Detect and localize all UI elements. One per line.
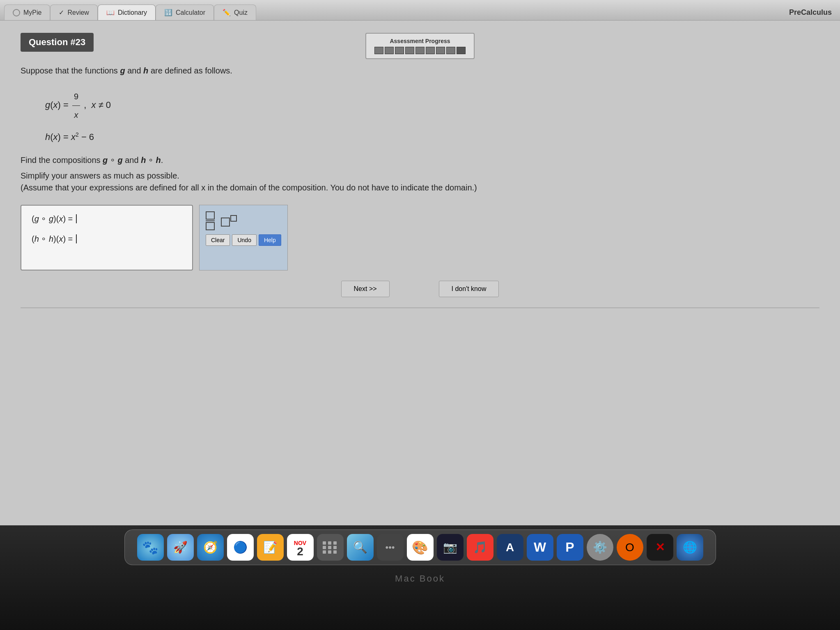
mypie-icon [13, 9, 20, 16]
calculator-icon: 🔢 [164, 9, 172, 16]
dock-icon-launchpad[interactable]: 🚀 [167, 534, 194, 561]
assessment-progress-box: Assessment Progress [365, 33, 475, 59]
tab-bar: MyPie ✓ Review 📖 Dictionary 🔢 Calculator… [0, 0, 840, 21]
answer2-label: (h ∘ h)(x) = [32, 234, 73, 244]
tab-mypie[interactable]: MyPie [4, 5, 50, 20]
separator-line [21, 307, 819, 308]
exponent-tool[interactable] [221, 215, 237, 227]
progress-seg-1 [374, 47, 383, 54]
dock-icon-more[interactable]: ••• [377, 534, 404, 561]
composition-instruction: Find the compositions g ∘ g and h ∘ h. [21, 155, 819, 165]
mac-label: Mac Book [395, 573, 445, 584]
answer1-input[interactable] [76, 214, 83, 223]
dark-icon: 📷 [443, 541, 457, 554]
review-icon: ✓ [59, 9, 64, 16]
dont-know-button[interactable]: I don't know [439, 281, 499, 297]
dock-icon-music[interactable]: 🎵 [467, 534, 493, 561]
tab-review[interactable]: ✓ Review [50, 5, 97, 20]
next-button[interactable]: Next >> [341, 281, 390, 297]
h-function: h(x) = x2 − 6 [45, 127, 819, 147]
orange-icon: O [625, 541, 634, 554]
progress-seg-4 [405, 47, 414, 54]
tab-mypie-label: MyPie [23, 9, 41, 16]
dock-bar: 🐾 🚀 🧭 🔵 📝 NOV 2 [124, 529, 716, 565]
tab-calculator-label: Calculator [176, 9, 205, 16]
header-row: Question #23 Assessment Progress [21, 33, 819, 52]
chrome-icon: 🔵 [233, 541, 248, 554]
dock-icon-dark[interactable]: 📷 [437, 534, 464, 561]
more-icon: ••• [385, 542, 395, 553]
fraction-tool[interactable] [206, 211, 215, 230]
dock-icon-safari[interactable]: 🧭 [197, 534, 224, 561]
tab-review-label: Review [67, 9, 89, 16]
progress-seg-9 [457, 47, 466, 54]
globe-icon: 🌐 [683, 541, 697, 554]
x-app-icon: ✕ [655, 541, 665, 554]
answer2-input[interactable] [76, 234, 83, 243]
progress-bar [374, 47, 466, 54]
safari-icon: 🧭 [203, 541, 218, 554]
content-area: Question #23 Assessment Progress [0, 21, 840, 321]
launchpad-icon: 🚀 [173, 541, 188, 554]
progress-seg-3 [395, 47, 404, 54]
dock-icon-finder2[interactable]: 🔍 [347, 534, 374, 561]
app-title: PreCalculus [789, 8, 836, 20]
tab-dictionary-label: Dictionary [118, 9, 147, 16]
word-icon: W [534, 540, 546, 555]
progress-seg-6 [426, 47, 435, 54]
dock-icon-photos[interactable]: 🎨 [407, 534, 434, 561]
dictionary-icon: 📖 [106, 9, 115, 16]
question-body-line1: Suppose that the functions g and h are d… [21, 64, 819, 77]
tab-quiz-label: Quiz [234, 9, 248, 16]
music-icon: 🎵 [473, 541, 487, 554]
answer-row-2: (h ∘ h)(x) = [32, 234, 182, 244]
penultimate-icon: 📝 [263, 541, 278, 554]
assume-instruction: (Assume that your expressions are define… [21, 183, 819, 192]
g-function: g(x) = 9 x , x ≠ 0 [45, 87, 819, 124]
math-definitions: g(x) = 9 x , x ≠ 0 h(x) = x2 − 6 [45, 87, 819, 147]
answer-input-box: (g ∘ g)(x) = (h ∘ h)(x) = [21, 205, 193, 270]
tab-calculator[interactable]: 🔢 Calculator [156, 5, 214, 20]
dock-icon-orange[interactable]: O [617, 534, 643, 561]
settings-icon: ⚙️ [593, 541, 607, 554]
simplify-instruction: Simplify your answers as much as possibl… [21, 171, 819, 181]
tab-quiz[interactable]: ✏️ Quiz [214, 5, 256, 20]
p-icon: P [565, 540, 574, 555]
dock-icon-x-app[interactable]: ✕ [647, 534, 673, 561]
progress-seg-2 [385, 47, 394, 54]
photos-icon: 🎨 [412, 540, 428, 555]
tool-row-symbols [206, 211, 281, 230]
progress-seg-7 [436, 47, 445, 54]
progress-seg-8 [446, 47, 455, 54]
quiz-icon: ✏️ [223, 9, 231, 16]
dock-icon-calendar[interactable]: NOV 2 [287, 534, 314, 561]
question-title: Question #23 [21, 33, 94, 52]
assessment-label: Assessment Progress [374, 38, 466, 44]
undo-button[interactable]: Undo [232, 234, 256, 246]
nav-row: Next >> I don't know [21, 281, 819, 297]
math-tool-panel: Clear Undo Help [199, 205, 288, 270]
dock-container: 🐾 🚀 🧭 🔵 📝 NOV 2 [0, 525, 840, 630]
progress-seg-5 [415, 47, 425, 54]
dock-icon-globe[interactable]: 🌐 [677, 534, 703, 561]
dock-icon-penultimate[interactable]: 📝 [257, 534, 284, 561]
dock-icon-chrome[interactable]: 🔵 [227, 534, 254, 561]
clear-button[interactable]: Clear [206, 234, 230, 246]
dock-icon-a-app[interactable]: A [497, 534, 523, 561]
dock-icon-settings[interactable]: ⚙️ [587, 534, 613, 561]
dock-icon-apps[interactable] [317, 534, 344, 561]
tool-buttons-row: Clear Undo Help [206, 234, 281, 246]
tab-dictionary[interactable]: 📖 Dictionary [98, 5, 156, 20]
help-button[interactable]: Help [259, 234, 281, 246]
a-app-icon: A [506, 541, 514, 554]
finder2-icon: 🔍 [353, 541, 367, 554]
answer-section: (g ∘ g)(x) = (h ∘ h)(x) = [21, 205, 819, 270]
finder-icon: 🐾 [142, 540, 158, 555]
answer1-label: (g ∘ g)(x) = [32, 214, 73, 224]
dock-icon-finder[interactable]: 🐾 [137, 534, 164, 561]
apps-icon [323, 541, 337, 554]
calendar-day-label: 2 [297, 546, 303, 557]
dock-icon-p[interactable]: P [557, 534, 583, 561]
answer-row-1: (g ∘ g)(x) = [32, 214, 182, 224]
dock-icon-word[interactable]: W [527, 534, 553, 561]
